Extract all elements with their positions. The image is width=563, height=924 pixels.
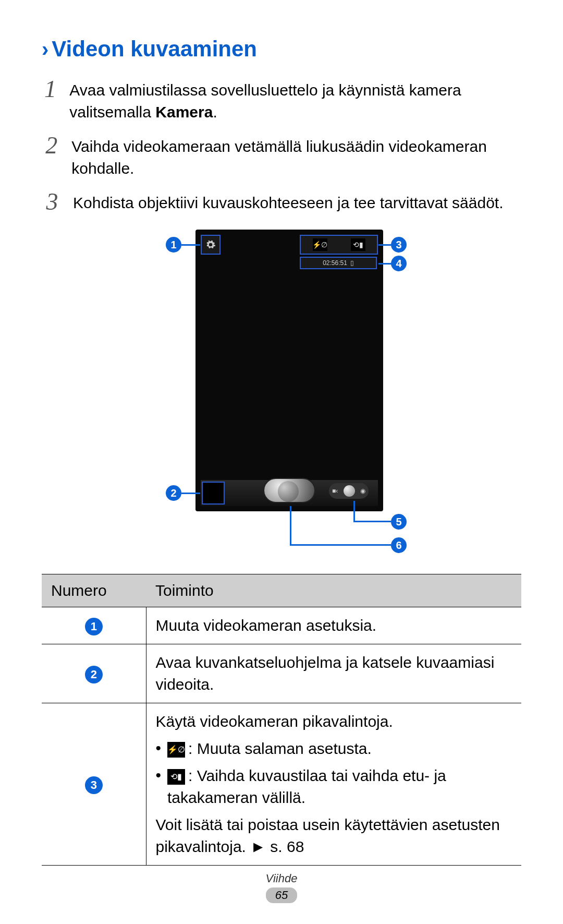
row-text: Muuta videokameran asetuksia. [156, 615, 512, 637]
step-number: 3 [42, 190, 63, 214]
recording-time-indicator: 02:56:51 ▯ [300, 257, 377, 269]
page-footer: Viihde 65 [0, 872, 563, 903]
callout-2: 2 [166, 485, 181, 501]
gear-icon [205, 239, 216, 250]
table-header-row: Numero Toiminto [42, 574, 521, 607]
header-number: Numero [42, 574, 146, 607]
row-outro: Voit lisätä tai poistaa usein käytettävi… [156, 814, 512, 858]
heading-text: Videon kuvaaminen [52, 37, 257, 62]
footer-category: Viihde [0, 872, 563, 885]
camcorder-figure: ⚡∅ ⟲▮ 02:56:51 ▯ ■‹ ◉ 1 3 4 [136, 230, 427, 553]
camera-bottombar: ■‹ ◉ [201, 480, 378, 506]
functions-table: Numero Toiminto 1 Muuta videokameran ase… [42, 574, 521, 866]
record-button[interactable] [263, 478, 315, 503]
row-number-badge: 3 [85, 776, 103, 794]
step-text: Kohdista objektiivi kuvauskohteeseen ja … [73, 190, 504, 214]
callout-1: 1 [166, 237, 181, 253]
table-row: 1 Muuta videokameran asetuksia. [42, 607, 521, 644]
camera-switch-icon: ⟲▮ [351, 238, 365, 251]
callout-4: 4 [391, 256, 407, 271]
step-text: Vaihda videokameraan vetämällä liukusääd… [71, 134, 521, 179]
chevron-icon: › [42, 38, 48, 61]
photo-mode-icon: ◉ [360, 487, 365, 495]
flash-icon: ⚡∅ [167, 742, 185, 758]
flash-icon: ⚡∅ [313, 238, 327, 251]
phone-frame: ⚡∅ ⟲▮ 02:56:51 ▯ ■‹ ◉ [195, 230, 383, 511]
callout-6: 6 [391, 537, 407, 553]
figure-container: ⚡∅ ⟲▮ 02:56:51 ▯ ■‹ ◉ 1 3 4 [42, 230, 521, 553]
header-function: Toiminto [146, 574, 521, 607]
camera-switch-icon: ⟲▮ [167, 769, 185, 785]
settings-button[interactable] [201, 235, 221, 255]
callout-3: 3 [391, 237, 407, 253]
row-intro: Käytä videokameran pikavalintoja. [156, 711, 512, 733]
step-number: 2 [42, 134, 61, 179]
bullet-item: • ⚡∅: Muuta salaman asetusta. [156, 738, 512, 760]
step-text: Avaa valmiustilassa sovellusluettelo ja … [69, 77, 521, 123]
page-number: 65 [266, 887, 297, 903]
row-number-badge: 2 [85, 666, 103, 683]
step-3: 3 Kohdista objektiivi kuvauskohteeseen j… [42, 190, 521, 214]
step-number: 1 [42, 77, 59, 123]
video-mode-icon: ■‹ [332, 487, 338, 495]
callout-5: 5 [391, 514, 407, 530]
row-number-badge: 1 [85, 618, 103, 635]
storage-icon: ▯ [350, 259, 354, 267]
table-row: 2 Avaa kuvankatseluohjelma ja katsele ku… [42, 644, 521, 703]
bullet-item: • ⟲▮: Vaihda kuvaustilaa tai vaihda etu-… [156, 765, 512, 809]
section-heading: › Videon kuvaaminen [42, 37, 521, 62]
row-text: Avaa kuvankatseluohjelma ja katsele kuva… [156, 652, 512, 695]
recording-time-text: 02:56:51 [323, 259, 347, 267]
shortcut-strip[interactable]: ⚡∅ ⟲▮ [300, 235, 378, 255]
step-2: 2 Vaihda videokameraan vetämällä liukusä… [42, 134, 521, 179]
mode-slider[interactable]: ■‹ ◉ [329, 483, 369, 499]
camera-topbar: ⚡∅ ⟲▮ [201, 235, 378, 255]
steps-list: 1 Avaa valmiustilassa sovellusluettelo j… [42, 77, 521, 214]
gallery-thumbnail[interactable] [202, 482, 225, 505]
row-bullets: • ⚡∅: Muuta salaman asetusta. • ⟲▮: Vaih… [156, 738, 512, 809]
table-row: 3 Käytä videokameran pikavalintoja. • ⚡∅… [42, 703, 521, 866]
step-1: 1 Avaa valmiustilassa sovellusluettelo j… [42, 77, 521, 123]
